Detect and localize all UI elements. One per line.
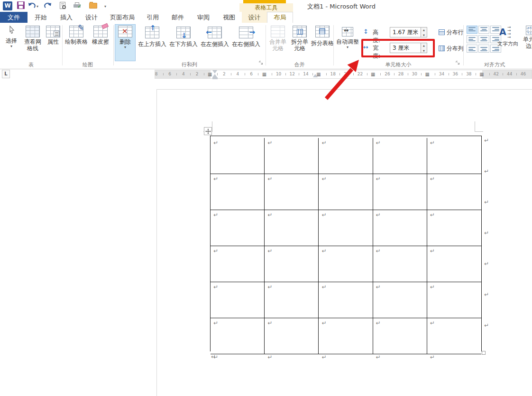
properties-button[interactable]: 属性 bbox=[45, 25, 62, 61]
group-label-draw: 绘图 bbox=[62, 61, 113, 68]
tab-page-layout[interactable]: 页面布局 bbox=[104, 12, 140, 23]
document-table[interactable]: ↵↵↵↵↵↵↵↵↵↵↵↵↵↵↵↵↵↵↵↵↵↵↵↵↵↵↵↵↵↵↵↵↵↵↵ bbox=[210, 136, 482, 351]
tab-references[interactable]: 引用 bbox=[140, 12, 165, 23]
print-preview-icon[interactable] bbox=[60, 2, 65, 9]
select-button[interactable]: 选择 ▾ bbox=[2, 25, 21, 61]
margin-crop-mark bbox=[212, 121, 212, 132]
table-cell[interactable]: ↵ bbox=[319, 318, 373, 354]
table-cell[interactable]: ↵ bbox=[211, 174, 265, 210]
table-cell[interactable]: ↵ bbox=[373, 210, 427, 246]
table-cell[interactable]: ↵ bbox=[319, 246, 373, 282]
table-cell[interactable]: ↵ bbox=[211, 318, 265, 354]
tab-mailings[interactable]: 邮件 bbox=[165, 12, 191, 23]
hanging-indent-marker[interactable] bbox=[212, 74, 217, 77]
tab-design[interactable]: 设计 bbox=[79, 12, 104, 23]
redo-icon[interactable] bbox=[44, 2, 52, 9]
align-center-left-button[interactable] bbox=[467, 35, 477, 43]
table-cell[interactable]: ↵ bbox=[427, 282, 481, 318]
distribute-rows-button[interactable]: 分布行 bbox=[439, 28, 464, 37]
table-cell[interactable]: ↵ bbox=[211, 246, 265, 282]
open-folder-icon[interactable] bbox=[89, 3, 97, 9]
table-cell[interactable]: ↵ bbox=[265, 210, 319, 246]
insert-below-button[interactable]: ↓ 在下方插入 bbox=[168, 25, 199, 61]
save-icon[interactable] bbox=[17, 1, 25, 9]
delete-button[interactable]: ✕ 删除 ▾ bbox=[115, 25, 135, 61]
table-cell[interactable]: ↵ bbox=[319, 174, 373, 210]
align-bottom-left-button[interactable] bbox=[467, 45, 477, 53]
eraser-button[interactable]: 橡皮擦 bbox=[90, 25, 111, 61]
document-area[interactable]: ↵↵↵↵↵↵↵↵↵↵↵↵↵↵↵↵↵↵↵↵↵↵↵↵↵↵↵↵↵↵↵↵↵↵↵ ↵ 头条… bbox=[0, 79, 532, 396]
table-move-handle[interactable] bbox=[204, 127, 212, 135]
end-of-cell-mark: ↵ bbox=[376, 140, 381, 146]
end-of-cell-mark: ↵ bbox=[321, 140, 326, 146]
draw-table-button[interactable]: ✎ 绘制表格 bbox=[64, 25, 89, 61]
table-cell[interactable]: ↵ bbox=[211, 282, 265, 318]
tab-view[interactable]: 视图 bbox=[216, 12, 242, 23]
end-of-cell-mark: ↵ bbox=[376, 320, 381, 326]
view-gridlines-button[interactable]: 查看网格线 bbox=[22, 25, 44, 61]
align-bottom-center-button[interactable] bbox=[478, 45, 489, 53]
column-boundary-marker[interactable]: ▦ bbox=[479, 71, 484, 77]
table-cell[interactable]: ↵ bbox=[319, 138, 373, 174]
table-cell[interactable]: ↵ bbox=[211, 210, 265, 246]
align-top-left-button[interactable] bbox=[467, 26, 477, 34]
row-height-spinner[interactable]: ▲▼ bbox=[421, 27, 427, 37]
table-cell[interactable]: ↵ bbox=[265, 282, 319, 318]
rows-cols-dialog-launcher-icon[interactable] bbox=[259, 61, 264, 66]
table-cell[interactable]: ↵ bbox=[211, 138, 265, 174]
cell-margins-button[interactable]: 单元格边距 bbox=[521, 25, 532, 61]
table-cell[interactable]: ↵ bbox=[373, 174, 427, 210]
table-cell[interactable]: ↵ bbox=[427, 138, 481, 174]
tab-file[interactable]: 文件 bbox=[0, 12, 28, 23]
column-boundary-marker[interactable]: ▦ bbox=[208, 71, 212, 77]
row-height-input[interactable]: 1.67 厘米 bbox=[390, 27, 421, 37]
table-cell[interactable]: ↵ bbox=[319, 282, 373, 318]
ruler-number: 36 bbox=[452, 72, 458, 76]
table-cell[interactable]: ↵ bbox=[265, 246, 319, 282]
distribute-columns-button[interactable]: 分布列 bbox=[439, 45, 464, 53]
ruler-number: 4 bbox=[182, 72, 185, 76]
group-label-table: 表 bbox=[0, 61, 62, 68]
insert-right-button[interactable]: → 在右侧插入 bbox=[231, 25, 261, 61]
end-of-row-mark: ↵ bbox=[484, 230, 489, 236]
table-cell[interactable]: ↵ bbox=[319, 210, 373, 246]
table-cell[interactable]: ↵ bbox=[373, 318, 427, 354]
merge-cells-button[interactable]: 合并单元格 bbox=[267, 25, 288, 61]
table-cell[interactable]: ↵ bbox=[265, 138, 319, 174]
undo-dropdown-icon[interactable]: ▾ bbox=[37, 4, 38, 9]
tab-home[interactable]: 开始 bbox=[28, 12, 54, 23]
table-resize-handle[interactable] bbox=[482, 351, 486, 355]
quick-print-icon[interactable]: ✓ bbox=[73, 2, 81, 9]
table-cell[interactable]: ↵ bbox=[427, 174, 481, 210]
first-line-indent-marker[interactable] bbox=[212, 70, 217, 74]
window-title: 文档1 - Microsoft Word bbox=[307, 2, 376, 11]
table-cell[interactable]: ↵ bbox=[265, 174, 319, 210]
tab-review[interactable]: 审阅 bbox=[191, 12, 216, 23]
insert-above-button[interactable]: ↑ 在上方插入 bbox=[137, 25, 167, 61]
tab-stop-selector[interactable]: L bbox=[2, 70, 10, 78]
column-boundary-marker[interactable]: ▦ bbox=[425, 71, 430, 77]
undo-icon[interactable] bbox=[28, 2, 36, 9]
table-cell[interactable]: ↵ bbox=[265, 318, 319, 354]
text-direction-button[interactable]: A →→→→ 文字方向 bbox=[496, 25, 520, 61]
table-cell[interactable]: ↵ bbox=[373, 282, 427, 318]
table-cell[interactable]: ↵ bbox=[427, 210, 481, 246]
end-of-cell-mark: ↵ bbox=[430, 320, 435, 326]
align-center-button[interactable] bbox=[478, 35, 489, 43]
table-cell[interactable]: ↵ bbox=[373, 138, 427, 174]
end-of-row-mark: ↵ bbox=[484, 199, 489, 205]
customize-qat-icon[interactable]: ▾ bbox=[104, 4, 106, 9]
split-cells-button[interactable]: 拆分单元格 bbox=[289, 25, 310, 61]
tab-table-layout[interactable]: 布局 bbox=[267, 12, 293, 23]
insert-left-button[interactable]: ← 在左侧插入 bbox=[200, 25, 230, 61]
tab-insert[interactable]: 插入 bbox=[54, 12, 79, 23]
cell-size-dialog-launcher-icon[interactable] bbox=[456, 61, 461, 66]
table-cell[interactable]: ↵ bbox=[427, 246, 481, 282]
table-cell[interactable]: ↵ bbox=[373, 246, 427, 282]
table-cell[interactable]: ↵ bbox=[427, 318, 481, 354]
group-separator bbox=[463, 25, 464, 65]
tab-table-design[interactable]: 设计 bbox=[242, 12, 267, 23]
column-boundary-marker[interactable]: ▦ bbox=[371, 71, 375, 77]
align-top-center-button[interactable] bbox=[478, 26, 489, 34]
column-boundary-marker[interactable]: ▦ bbox=[262, 71, 266, 77]
